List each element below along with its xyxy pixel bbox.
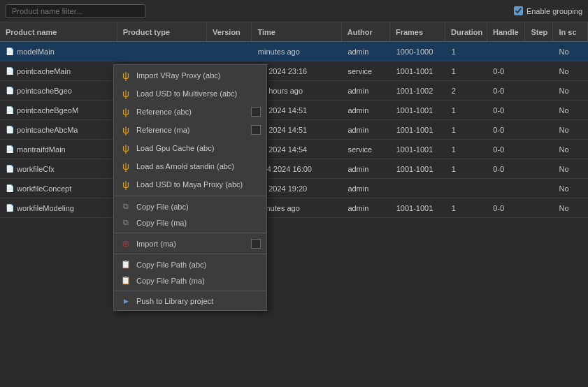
- cell-frames: 1001-1002: [391, 81, 446, 100]
- col-header-frames[interactable]: Frames: [390, 22, 445, 41]
- menu-item-copy-file-path-abc[interactable]: 📋 Copy File Path (abc): [114, 256, 266, 272]
- menu-icon: ψ: [121, 70, 131, 81]
- cell-step: [526, 159, 554, 178]
- menu-item-label: Load USD to Multiverse (abc): [136, 89, 237, 98]
- menu-item-load-arnold-standin-abc[interactable]: ψ Load as Arnold standin (abc): [114, 157, 266, 175]
- menu-item-load-usd-multiverse-abc[interactable]: ψ Load USD to Multiverse (abc): [114, 85, 266, 103]
- cell-frames: 1001-1001: [391, 120, 446, 139]
- cell-frames: 1001-1001: [391, 140, 446, 159]
- menu-icon: ◎: [121, 239, 131, 248]
- menu-item-copy-file-ma[interactable]: ⧉ Copy File (ma): [114, 214, 266, 231]
- file-icon: 📄: [6, 165, 14, 173]
- cell-handle: 0-0: [487, 101, 525, 119]
- cell-step: [526, 61, 554, 80]
- menu-icon: ▶: [121, 298, 131, 305]
- file-icon: 📄: [6, 126, 14, 133]
- menu-item-import-ma[interactable]: ◎ Import (ma): [114, 235, 266, 251]
- menu-item-import-vray-proxy-abc[interactable]: ψ Import VRay Proxy (abc): [114, 66, 266, 85]
- cell-product-name: 📄 workfileConcept: [0, 179, 117, 198]
- table-row[interactable]: 📄 mantraifdMain 26 2024 14:54 service 10…: [0, 140, 588, 159]
- enable-grouping-text: Enable grouping: [526, 7, 582, 15]
- menu-item-label: Copy File Path (ma): [136, 277, 205, 285]
- menu-item-push-library-project[interactable]: ▶ Push to Library project: [114, 293, 266, 309]
- cell-author: admin: [342, 120, 390, 139]
- menu-icon: ⧉: [121, 202, 131, 211]
- col-header-duration[interactable]: Duration: [445, 22, 487, 41]
- table-row[interactable]: 📄 workfileModeling minutes ago admin 100…: [0, 198, 588, 218]
- menu-item-copy-file-path-ma[interactable]: 📋 Copy File Path (ma): [114, 272, 266, 289]
- col-header-insc[interactable]: In sc: [553, 22, 588, 41]
- table-row[interactable]: 📄 pointcacheMain 29 2024 23:16 service 1…: [0, 61, 588, 81]
- cell-insc: No: [553, 120, 588, 139]
- menu-icon: ψ: [121, 124, 131, 136]
- menu-icon: 📋: [121, 260, 131, 269]
- menu-icon: ⧉: [121, 218, 131, 227]
- file-icon: 📄: [6, 87, 14, 94]
- menu-item-reference-abc[interactable]: ψ Reference (abc): [114, 103, 266, 121]
- table-row[interactable]: 📄 modelMain minutes ago admin 1000-1000 …: [0, 42, 588, 61]
- cell-product-name: 📄 pointcacheMain: [0, 61, 117, 80]
- cell-handle: 0-0: [487, 159, 525, 178]
- file-icon: 📄: [6, 67, 14, 75]
- cell-author: admin: [342, 42, 390, 61]
- cell-author: admin: [342, 179, 390, 198]
- menu-separator: [114, 254, 266, 254]
- cell-duration: 1: [446, 198, 487, 217]
- cell-product-name: 📄 workfileCfx: [0, 159, 117, 178]
- table-row[interactable]: 📄 workfileConcept 16 2024 19:20 admin No: [0, 179, 588, 198]
- file-icon: 📄: [6, 145, 14, 153]
- table-container: Product name Product type Version Time A…: [0, 22, 588, 387]
- cell-step: [526, 101, 554, 119]
- cell-version: [208, 42, 252, 61]
- cell-handle: 0-0: [487, 140, 525, 159]
- menu-separator: [114, 233, 266, 233]
- cell-duration: [446, 179, 487, 198]
- cell-duration: 1: [446, 101, 487, 119]
- product-name-filter-input[interactable]: [6, 4, 145, 18]
- col-header-version[interactable]: Version: [207, 22, 252, 41]
- cell-handle: [487, 179, 525, 198]
- cell-handle: 0-0: [487, 81, 525, 100]
- col-header-time[interactable]: Time: [252, 22, 341, 41]
- menu-item-reference-ma[interactable]: ψ Reference (ma): [114, 121, 266, 139]
- cell-duration: 1: [446, 42, 487, 61]
- cell-insc: No: [553, 81, 588, 100]
- cell-step: [526, 81, 554, 100]
- cell-step: [526, 42, 554, 61]
- cell-frames: 1001-1001: [391, 159, 446, 178]
- menu-item-load-gpu-cache-abc[interactable]: ψ Load Gpu Cache (abc): [114, 139, 266, 157]
- cell-handle: 0-0: [487, 120, 525, 139]
- file-icon: 📄: [6, 106, 14, 114]
- menu-item-checkbox[interactable]: [251, 107, 261, 117]
- menu-icon: ψ: [121, 106, 131, 117]
- cell-duration: 1: [446, 120, 487, 139]
- cell-author: service: [342, 140, 390, 159]
- cell-author: admin: [342, 81, 390, 100]
- menu-item-copy-file-abc[interactable]: ⧉ Copy File (abc): [114, 198, 266, 214]
- col-header-handle[interactable]: Handle: [487, 22, 525, 41]
- cell-insc: No: [553, 179, 588, 198]
- cell-author: admin: [342, 159, 390, 178]
- table-row[interactable]: 📄 pointcacheBgeoM 26 2024 14:51 admin 10…: [0, 101, 588, 120]
- col-header-product-name[interactable]: Product name: [0, 22, 117, 41]
- col-header-step[interactable]: Step: [525, 22, 553, 41]
- col-header-author[interactable]: Author: [342, 22, 390, 41]
- table-row[interactable]: 📄 pointcacheAbcMa 26 2024 14:51 admin 10…: [0, 120, 588, 140]
- enable-grouping-label[interactable]: Enable grouping: [514, 6, 582, 15]
- cell-insc: No: [553, 198, 588, 217]
- cell-frames: 1001-1001: [391, 61, 446, 80]
- enable-grouping-checkbox[interactable]: [514, 6, 523, 15]
- menu-item-label: Reference (abc): [136, 108, 192, 116]
- table-row[interactable]: 📄 pointcacheBgeo 56 hours ago admin 1001…: [0, 81, 588, 101]
- cell-author: admin: [342, 101, 390, 119]
- table-row[interactable]: 📄 workfileCfx r 04 2024 16:00 admin 1001…: [0, 159, 588, 179]
- menu-item-checkbox[interactable]: [251, 125, 261, 135]
- cell-step: [526, 198, 554, 217]
- menu-item-label: Import (ma): [136, 240, 176, 248]
- menu-separator: [114, 196, 266, 196]
- file-icon: 📄: [6, 204, 14, 212]
- menu-item-checkbox[interactable]: [251, 239, 261, 249]
- menu-item-load-usd-maya-proxy-abc[interactable]: ψ Load USD to Maya Proxy (abc): [114, 175, 266, 194]
- col-header-product-type[interactable]: Product type: [117, 22, 207, 41]
- cell-product-name: 📄 mantraifdMain: [0, 140, 117, 159]
